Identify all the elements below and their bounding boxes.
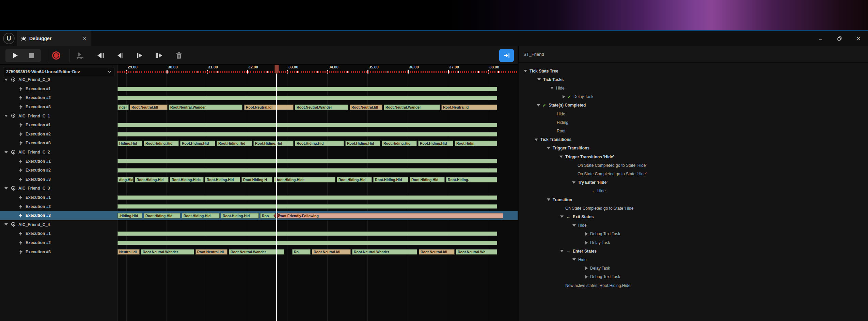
state-segment[interactable]: Root.Neutral.Idl	[419, 249, 455, 255]
expander-open-icon[interactable]	[559, 156, 563, 158]
state-segment[interactable]: Root.Neutral.Wander	[384, 105, 440, 110]
restore-button[interactable]	[830, 31, 849, 46]
state-segment[interactable]: Root.Hiding.Hid	[373, 177, 408, 182]
state-segment[interactable]: Root.Hiding.Hid	[144, 213, 180, 219]
state-tree-row[interactable]: Hide	[572, 221, 587, 230]
state-tree-row[interactable]: Root	[557, 127, 565, 135]
state-segment[interactable]: Root.Neutral.Idl	[244, 105, 294, 110]
expander-open-icon[interactable]	[537, 104, 540, 107]
state-segment[interactable]: Root.Hiding.Hid	[337, 177, 372, 182]
playhead-line[interactable]	[276, 71, 277, 321]
state-tree-row[interactable]: Hide	[557, 110, 565, 118]
state-segment[interactable]: Root.Hiding.Hide	[274, 177, 335, 182]
state-segment[interactable]: nder	[117, 105, 129, 110]
state-segment[interactable]: Root.Neutral.Wander	[295, 105, 348, 110]
expander-open-icon[interactable]	[4, 79, 8, 81]
tab-debugger[interactable]: Debugger ✕	[17, 31, 91, 46]
expander-open-icon[interactable]	[560, 215, 564, 218]
state-bar[interactable]	[117, 132, 497, 137]
state-tree-row[interactable]: Delay Task	[585, 238, 610, 247]
agent-row[interactable]: AIC_Friend_C_1	[0, 111, 117, 121]
expander-open-icon[interactable]	[4, 151, 8, 154]
state-bar[interactable]	[117, 204, 497, 209]
execution-row[interactable]: Execution #2	[0, 202, 117, 211]
execution-row[interactable]: Execution #3	[0, 247, 117, 256]
execution-row[interactable]: Execution #2	[0, 238, 117, 247]
state-segment[interactable]: Root.Neutral.Wander	[169, 105, 242, 110]
expander-closed-icon[interactable]	[585, 275, 588, 278]
state-segment[interactable]: Root.Hiding.Hid	[217, 141, 252, 146]
scrubber-handle[interactable]	[274, 65, 279, 74]
state-tree-row[interactable]: On State Completed go to State 'Hide'	[578, 170, 647, 178]
state-bar[interactable]	[117, 241, 497, 245]
state-segment[interactable]: .Hiding.Hid	[117, 213, 142, 219]
expander-open-icon[interactable]	[4, 115, 8, 117]
state-tree-row[interactable]: Trigger Transitions	[547, 144, 589, 153]
state-tree-row[interactable]: Transition	[547, 195, 572, 204]
state-segment[interactable]: Roo	[260, 213, 275, 219]
state-segment[interactable]: Root.Hiding.Hide	[170, 177, 204, 182]
execution-row[interactable]: Execution #2	[0, 130, 117, 139]
state-segment[interactable]: Root.Hiding.Hid	[205, 177, 240, 182]
state-segment[interactable]: Root.Hidin	[455, 141, 497, 146]
state-segment[interactable]: Hiding.Hid	[117, 141, 142, 146]
execution-row[interactable]: Execution #2	[0, 166, 117, 175]
frame-forward-button[interactable]	[133, 49, 146, 62]
skip-forward-button[interactable]	[152, 49, 166, 62]
agent-row[interactable]: AIC_Friend_C_4	[0, 220, 117, 229]
state-segment[interactable]: Ro	[292, 249, 311, 255]
expander-open-icon[interactable]	[535, 139, 538, 141]
execution-row[interactable]: Execution #1	[0, 121, 117, 130]
session-dropdown[interactable]: 2759693516-Win64-UnrealEditor-Dev	[3, 67, 114, 76]
close-button[interactable]: ✕	[849, 31, 868, 46]
state-bar[interactable]	[117, 195, 497, 200]
state-bar[interactable]	[117, 159, 497, 163]
state-segment[interactable]: Root.Hiding.Hid	[253, 141, 294, 146]
state-segment[interactable]: Root.Hiding.Hid	[295, 141, 344, 146]
execution-row[interactable]: Execution #3	[0, 102, 117, 112]
expander-open-icon[interactable]	[547, 147, 550, 149]
minimize-button[interactable]: –	[811, 31, 830, 46]
agent-row[interactable]: AIC_Friend_C_2	[0, 148, 117, 157]
state-tree-row[interactable]: Hide	[572, 255, 587, 264]
state-segment[interactable]: Root.Hiding.Hid	[418, 141, 453, 146]
expander-open-icon[interactable]	[524, 70, 527, 72]
state-bar[interactable]	[117, 168, 497, 173]
state-segment[interactable]: Root.Neutral.Idl	[130, 105, 168, 110]
step-to-ruler-button[interactable]	[73, 49, 87, 62]
state-segment[interactable]: Neutral.Idl	[117, 249, 140, 255]
state-bar[interactable]	[117, 96, 497, 100]
state-segment[interactable]: Root.Hiding.Hid	[345, 141, 380, 146]
execution-row[interactable]: Execution #1	[0, 84, 117, 94]
state-segment[interactable]: Root.Neutral.Wa	[456, 249, 497, 255]
jump-to-end-button[interactable]	[499, 49, 514, 62]
expander-closed-icon[interactable]	[585, 232, 588, 236]
expander-open-icon[interactable]	[560, 250, 564, 252]
timeline[interactable]: 29.0030.0031.0032.0033.0034.0035.0036.00…	[117, 65, 518, 321]
record-button[interactable]	[49, 49, 63, 62]
execution-row[interactable]: Execution #3	[0, 139, 117, 148]
tab-close-icon[interactable]: ✕	[83, 36, 86, 41]
trash-button[interactable]	[172, 49, 186, 62]
state-tree-row[interactable]: New active states: Root.Hiding.Hide	[565, 281, 630, 290]
state-segment[interactable]: Root.Friendly.Following	[277, 213, 503, 219]
expander-open-icon[interactable]	[4, 223, 8, 226]
state-segment[interactable]: Root.Neutral.Idl	[195, 249, 227, 255]
expander-open-icon[interactable]	[550, 87, 554, 89]
state-tree-row[interactable]: ✓State(s) Completed	[537, 101, 586, 110]
state-segment[interactable]: Root.Neutral.Wander	[141, 249, 194, 255]
state-tree-row[interactable]: Debug Text Task	[585, 230, 620, 238]
state-segment[interactable]: Root.Hiding.Hid	[221, 213, 259, 219]
state-tree-row[interactable]: →Hide	[590, 187, 606, 195]
expander-open-icon[interactable]	[572, 258, 576, 261]
expander-open-icon[interactable]	[572, 181, 575, 184]
state-segment[interactable]: Root.Neutral.Idl	[312, 249, 351, 255]
state-segment[interactable]: ding.Hid	[117, 177, 133, 182]
expander-open-icon[interactable]	[572, 224, 576, 227]
state-tree-row[interactable]: Trigger Transitions 'Hide'	[559, 153, 614, 161]
state-segment[interactable]: Root.Hiding.	[446, 177, 497, 182]
state-tree-row[interactable]: Debug Text Task	[585, 273, 620, 281]
state-tree-row[interactable]: On State Completed go to State 'Hide'	[565, 204, 634, 212]
execution-row[interactable]: Execution #3	[0, 211, 117, 220]
execution-row[interactable]: Execution #1	[0, 229, 117, 238]
